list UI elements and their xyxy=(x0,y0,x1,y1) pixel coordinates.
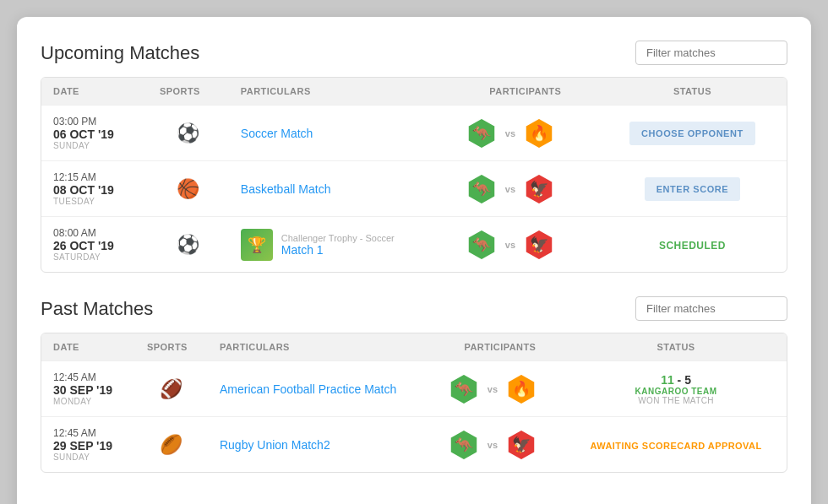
past-col-status: STATUS xyxy=(565,333,787,361)
table-row: 12:15 AM 08 OCT '19 TUESDAY 🏀 Basketball… xyxy=(41,161,787,217)
upcoming-title: Upcoming Matches xyxy=(41,42,199,64)
participants-cell: 🦘 vs 🦅 xyxy=(453,161,598,217)
date-cell: 12:45 AM 29 SEP '19 SUNDAY xyxy=(41,417,135,473)
participant-hex: 🦘 xyxy=(447,428,481,462)
match-time: 12:45 AM xyxy=(53,427,123,439)
vs-label: vs xyxy=(505,128,515,138)
participants-cell: 🦘 vs 🦅 xyxy=(453,217,598,273)
particulars-text: Basketball Match xyxy=(241,182,331,196)
past-col-sports: SPORTS xyxy=(135,333,208,361)
score-numbers: 11 - 5 xyxy=(661,373,691,387)
team-emoji: 🔥 xyxy=(512,380,531,398)
past-col-particulars: PARTICULARS xyxy=(208,333,435,361)
match-date: 06 OCT '19 xyxy=(53,127,136,141)
team-emoji: 🦅 xyxy=(530,236,548,254)
table-row: 12:45 AM 29 SEP '19 SUNDAY 🏉 Rugby Union… xyxy=(41,417,787,473)
match-name-link[interactable]: American Football Practice Match xyxy=(220,382,396,396)
team-emoji: 🦅 xyxy=(530,180,548,198)
enter-score-button[interactable]: ENTER SCORE xyxy=(645,177,741,201)
vs-label: vs xyxy=(505,184,515,194)
match-day: MONDAY xyxy=(53,397,123,406)
match-name-link[interactable]: Match 1 xyxy=(281,243,395,257)
participants-cell: 🦘 vs 🔥 xyxy=(453,106,598,161)
particulars-cell: Basketball Match xyxy=(229,161,453,217)
winner-label: KANGAROO TEAM xyxy=(635,387,717,396)
vs-label: vs xyxy=(488,440,498,450)
participant-hex: 🔥 xyxy=(504,372,538,406)
team-emoji: 🦘 xyxy=(472,124,491,143)
match-time: 12:45 AM xyxy=(53,371,123,383)
past-header: Past Matches xyxy=(41,296,787,321)
past-table-wrap: DATE SPORTS PARTICULARS PARTICIPANTS STA… xyxy=(41,333,787,473)
sport-cell: 🏈 xyxy=(135,361,208,417)
sport-cell: 🏉 xyxy=(135,417,208,473)
status-cell: ENTER SCORE xyxy=(598,161,787,217)
sport-cell: ⚽ xyxy=(148,217,229,273)
past-col-date: DATE xyxy=(41,333,135,361)
match-time: 08:00 AM xyxy=(53,227,136,239)
match-day: SUNDAY xyxy=(53,141,136,150)
past-filter-input[interactable] xyxy=(635,296,787,321)
match-date: 29 SEP '19 xyxy=(53,439,123,453)
score-winner: 11 xyxy=(661,373,674,387)
sport-cell: 🏀 xyxy=(148,161,229,217)
status-cell: SCHEDULED xyxy=(598,217,787,273)
upcoming-col-particulars: PARTICULARS xyxy=(229,78,453,106)
team-emoji: 🦘 xyxy=(455,436,473,454)
match-day: TUESDAY xyxy=(53,197,136,206)
match-date: 08 OCT '19 xyxy=(53,183,136,197)
team-emoji: 🔥 xyxy=(530,124,548,143)
match-date: 26 OCT '19 xyxy=(53,239,136,252)
match-date: 30 SEP '19 xyxy=(53,383,123,397)
sport-cell: ⚽ xyxy=(148,106,229,161)
match-time: 12:15 AM xyxy=(53,171,136,183)
particulars-cell: Rugby Union Match2 xyxy=(208,417,435,473)
participant-hex: 🦅 xyxy=(522,172,556,206)
participant-hex: 🦅 xyxy=(522,228,556,262)
upcoming-col-sports: SPORTS xyxy=(148,78,229,106)
upcoming-table-wrap: DATE SPORTS PARTICULARS PARTICIPANTS STA… xyxy=(41,77,787,273)
table-row: 12:45 AM 30 SEP '19 MONDAY 🏈 American Fo… xyxy=(41,361,787,417)
date-cell: 08:00 AM 26 OCT '19 SATURDAY xyxy=(41,217,148,273)
particulars-cell: Soccer Match xyxy=(229,106,453,161)
status-cell: 11 - 5 KANGAROO TEAM WON THE MATCH xyxy=(565,361,787,417)
choose-opponent-button[interactable]: CHOOSE OPPONENT xyxy=(629,122,755,145)
trophy-badge: 🏆 xyxy=(241,229,273,261)
table-row: 08:00 AM 26 OCT '19 SATURDAY ⚽ 🏆 Challen… xyxy=(41,217,787,273)
match-name-link[interactable]: Basketball Match xyxy=(241,182,331,196)
participant-hex: 🦘 xyxy=(447,372,481,406)
upcoming-col-date: DATE xyxy=(41,78,148,106)
main-card: Upcoming Matches DATE SPORTS PARTICULARS… xyxy=(17,17,811,504)
team-emoji: 🦅 xyxy=(512,436,531,454)
team-emoji: 🦘 xyxy=(472,236,491,254)
particulars-text: Challenger Trophy - Soccer Match 1 xyxy=(281,233,395,257)
particulars-text: Soccer Match xyxy=(241,127,313,140)
upcoming-header: Upcoming Matches xyxy=(41,41,787,65)
score-loser: 5 xyxy=(684,373,691,387)
participant-hex: 🔥 xyxy=(522,117,556,150)
particulars-text: American Football Practice Match xyxy=(220,382,396,396)
particulars-text: Rugby Union Match2 xyxy=(220,438,330,452)
team-emoji: 🦘 xyxy=(472,180,491,198)
match-day: SUNDAY xyxy=(53,453,123,462)
upcoming-filter-input[interactable] xyxy=(635,41,787,65)
table-row: 03:00 PM 06 OCT '19 SUNDAY ⚽ Soccer Matc… xyxy=(41,106,787,161)
date-cell: 03:00 PM 06 OCT '19 SUNDAY xyxy=(41,106,148,161)
match-name-link[interactable]: Soccer Match xyxy=(241,127,313,140)
participant-hex: 🦘 xyxy=(465,117,498,150)
particulars-cell: American Football Practice Match xyxy=(208,361,435,417)
upcoming-col-status: STATUS xyxy=(598,78,787,106)
upcoming-table: DATE SPORTS PARTICULARS PARTICIPANTS STA… xyxy=(41,78,787,272)
date-cell: 12:45 AM 30 SEP '19 MONDAY xyxy=(41,361,135,417)
match-name-link[interactable]: Rugby Union Match2 xyxy=(220,438,330,452)
status-scheduled: SCHEDULED xyxy=(659,240,726,252)
status-cell: AWAITING SCORECARD APPROVAL xyxy=(565,417,787,473)
date-cell: 12:15 AM 08 OCT '19 TUESDAY xyxy=(41,161,148,217)
team-emoji: 🦘 xyxy=(455,380,473,398)
vs-label: vs xyxy=(488,384,498,394)
score-block: 11 - 5 KANGAROO TEAM WON THE MATCH xyxy=(577,373,775,405)
participant-hex: 🦘 xyxy=(465,228,498,262)
past-title: Past Matches xyxy=(41,298,153,320)
match-day: SATURDAY xyxy=(53,252,136,262)
participant-hex: 🦘 xyxy=(465,172,498,206)
